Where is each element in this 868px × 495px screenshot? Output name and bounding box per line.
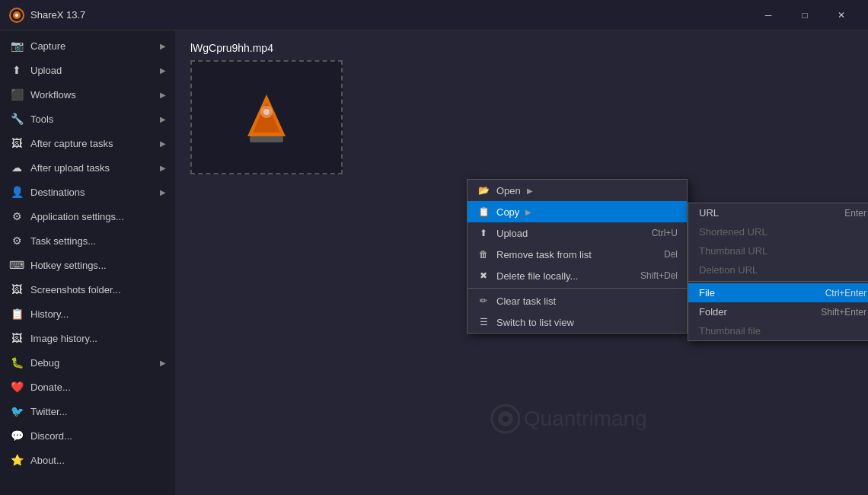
menu-item-clear-task[interactable]: ✏ Clear task list — [468, 290, 687, 311]
menu-separator — [468, 288, 687, 289]
after-capture-icon: 🖼 — [9, 136, 24, 151]
arrow-icon: ▶ — [160, 115, 166, 123]
sidebar-item-about[interactable]: ⭐ About... — [0, 448, 175, 472]
vlc-cone-icon — [244, 91, 289, 144]
sidebar-item-task-settings[interactable]: ⚙ Task settings... — [0, 228, 175, 253]
sidebar-item-discord[interactable]: 💬 Discord... — [0, 423, 175, 448]
shortcut-label: Del — [664, 249, 678, 260]
app-settings-icon: ⚙ — [9, 209, 24, 224]
watermark-logo — [490, 404, 521, 434]
svg-rect-5 — [250, 136, 283, 142]
destinations-icon: 👤 — [9, 184, 24, 200]
svg-point-7 — [263, 109, 270, 115]
about-icon: ⭐ — [9, 452, 24, 468]
submenu-label: File — [699, 287, 715, 299]
history-icon: 📋 — [9, 306, 24, 321]
sidebar-item-label: Discord... — [30, 430, 72, 442]
menu-item-copy[interactable]: 📋 Copy ▶ — [468, 201, 687, 222]
sidebar-item-label: Debug — [30, 357, 59, 369]
submenu-arrow: ▶ — [525, 208, 531, 216]
app-body: 📷 Capture ▶ ⬆ Upload ▶ ⬛ Workflows ▶ 🔧 T… — [0, 30, 868, 495]
sidebar-item-destinations[interactable]: 👤 Destinations ▶ — [0, 180, 175, 204]
debug-icon: 🐛 — [9, 355, 24, 370]
sidebar-item-debug[interactable]: 🐛 Debug ▶ — [0, 350, 175, 375]
close-button[interactable]: ✕ — [824, 3, 859, 27]
arrow-icon: ▶ — [160, 359, 166, 367]
sidebar-item-tools[interactable]: 🔧 Tools ▶ — [0, 107, 175, 131]
menu-item-label: Switch to list view — [496, 317, 574, 328]
menu-item-label: Clear task list — [496, 295, 556, 307]
svg-point-10 — [503, 416, 509, 422]
main-content: lWgCpru9hh.mp4 Quantrimang — [175, 30, 868, 495]
maximize-button[interactable]: □ — [787, 3, 822, 27]
menu-item-label: Upload — [496, 228, 528, 239]
screenshots-icon: 🖼 — [9, 282, 24, 297]
sidebar-item-history[interactable]: 📋 History... — [0, 302, 175, 326]
menu-item-delete-file[interactable]: ✖ Delete file locally... Shift+Del — [468, 265, 687, 286]
submenu-label: URL — [699, 207, 719, 219]
sidebar-item-capture[interactable]: 📷 Capture ▶ — [0, 34, 175, 58]
file-name: lWgCpru9hh.mp4 — [190, 42, 853, 54]
submenu-item-url[interactable]: URL Enter — [688, 203, 868, 222]
capture-icon: 📷 — [9, 38, 24, 53]
sidebar-item-screenshots[interactable]: 🖼 Screenshots folder... — [0, 277, 175, 302]
sidebar-item-label: Capture — [30, 40, 65, 52]
menu-item-remove-task[interactable]: 🗑 Remove task from list Del — [468, 244, 687, 265]
titlebar: ShareX 13.7 ─ □ ✕ — [0, 0, 868, 30]
sidebar-item-label: Workflows — [30, 89, 76, 101]
arrow-icon: ▶ — [160, 42, 166, 50]
window-controls: ─ □ ✕ — [751, 3, 859, 27]
twitter-icon: 🐦 — [9, 404, 24, 419]
menu-item-open[interactable]: 📂 Open ▶ — [468, 180, 687, 201]
sidebar-item-label: Destinations — [30, 187, 85, 198]
submenu-label: Thumbnail URL — [699, 245, 767, 257]
upload-icon: ⬆ — [9, 62, 24, 78]
sidebar-item-label: Image history... — [30, 333, 97, 344]
submenu-separator — [688, 281, 868, 282]
submenu-item-thumbnail-file: Thumbnail file — [688, 321, 868, 340]
submenu-item-thumbnail-url: Thumbnail URL — [688, 241, 868, 260]
shortcut-label: Ctrl+Enter — [825, 288, 866, 299]
menu-item-upload[interactable]: ⬆ Upload Ctrl+U — [468, 222, 687, 244]
menu-item-label: Delete file locally... — [496, 270, 578, 282]
submenu-label: Folder — [699, 306, 727, 318]
list-icon: ☰ — [477, 315, 490, 329]
shortcut-label: Shift+Del — [640, 270, 678, 281]
arrow-icon: ▶ — [160, 188, 166, 196]
window-title: ShareX 13.7 — [30, 9, 751, 21]
hotkey-icon: ⌨ — [9, 257, 24, 273]
copy-icon: 📋 — [477, 205, 490, 219]
sidebar-item-after-upload[interactable]: ☁ After upload tasks ▶ — [0, 155, 175, 180]
arrow-icon: ▶ — [160, 139, 166, 148]
tools-icon: 🔧 — [9, 111, 24, 126]
after-upload-icon: ☁ — [9, 160, 24, 175]
workflows-icon: ⬛ — [9, 87, 24, 102]
sidebar-item-label: Screenshots folder... — [30, 284, 121, 295]
sidebar-item-image-history[interactable]: 🖼 Image history... — [0, 326, 175, 350]
submenu-arrow: ▶ — [527, 187, 533, 195]
sidebar-item-label: After capture tasks — [30, 138, 113, 149]
minimize-button[interactable]: ─ — [751, 3, 786, 27]
menu-item-switch-view[interactable]: ☰ Switch to list view — [468, 311, 687, 333]
sidebar-item-label: After upload tasks — [30, 162, 110, 174]
sidebar-item-after-capture[interactable]: 🖼 After capture tasks ▶ — [0, 131, 175, 155]
shortcut-label: Shift+Enter — [821, 307, 866, 318]
sidebar-item-upload[interactable]: ⬆ Upload ▶ — [0, 58, 175, 82]
submenu-item-file[interactable]: File Ctrl+Enter — [688, 283, 868, 302]
sidebar-item-app-settings[interactable]: ⚙ Application settings... — [0, 204, 175, 228]
watermark-text: Quantrimang — [524, 407, 647, 431]
donate-icon: ❤️ — [9, 379, 24, 394]
sidebar-item-twitter[interactable]: 🐦 Twitter... — [0, 399, 175, 423]
sidebar-item-workflows[interactable]: ⬛ Workflows ▶ — [0, 82, 175, 107]
submenu-item-deletion-url: Deletion URL — [688, 260, 868, 279]
svg-point-2 — [15, 14, 18, 17]
sidebar-item-hotkey-settings[interactable]: ⌨ Hotkey settings... — [0, 253, 175, 277]
task-settings-icon: ⚙ — [9, 233, 24, 248]
sidebar-item-label: History... — [30, 308, 69, 320]
submenu-item-folder[interactable]: Folder Shift+Enter — [688, 302, 868, 321]
arrow-icon: ▶ — [160, 91, 166, 99]
submenu-item-shortened-url: Shortened URL — [688, 222, 868, 241]
sidebar-item-label: Upload — [30, 65, 62, 76]
sidebar-item-donate[interactable]: ❤️ Donate... — [0, 375, 175, 399]
sidebar-item-label: About... — [30, 455, 65, 466]
